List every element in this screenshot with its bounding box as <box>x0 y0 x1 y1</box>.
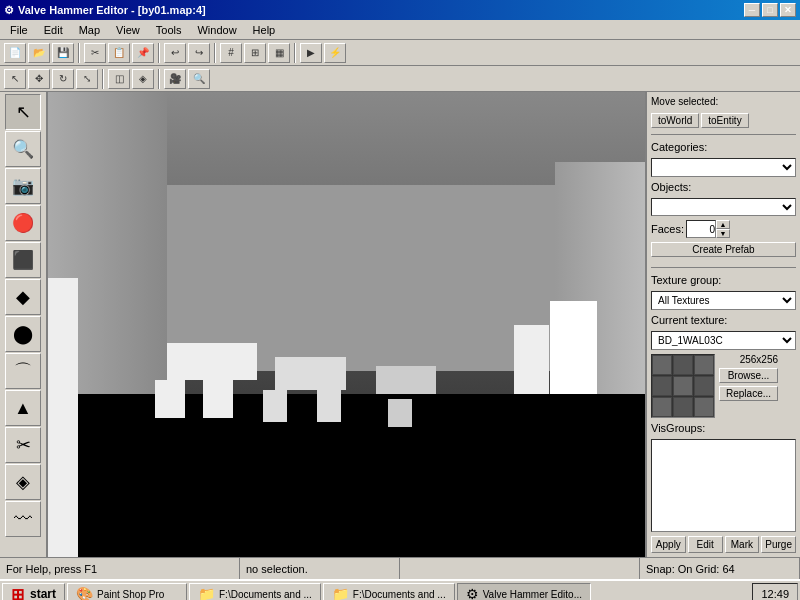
current-texture-select[interactable]: BD_1WAL03C <box>651 331 796 350</box>
help-text: For Help, press F1 <box>6 563 97 575</box>
faces-row: Faces: 0 ▲ ▼ <box>651 220 796 238</box>
selection-status: no selection. <box>240 558 400 579</box>
snap-text: Snap: On Grid: 64 <box>646 563 735 575</box>
scene-floor-dark <box>48 394 645 557</box>
help-status: For Help, press F1 <box>0 558 240 579</box>
menu-help[interactable]: Help <box>245 22 284 38</box>
to-entity-button[interactable]: toEntity <box>701 113 748 128</box>
furniture-box2 <box>514 325 550 395</box>
tb-cut[interactable]: ✂ <box>84 43 106 63</box>
tool-entity[interactable]: 🔴 <box>5 205 41 241</box>
tb-open[interactable]: 📂 <box>28 43 50 63</box>
purge-button[interactable]: Purge <box>761 536 796 553</box>
taskbar: ⊞ start 🎨 Paint Shop Pro 📁 F:\Documents … <box>0 579 800 600</box>
tool-pointer[interactable]: ↖ <box>5 94 41 130</box>
3d-viewport[interactable]: camera <box>48 92 645 557</box>
tb-paste[interactable]: 📌 <box>132 43 154 63</box>
coords-status <box>400 558 640 579</box>
tb-camera-move[interactable]: 🎥 <box>164 69 186 89</box>
menu-edit[interactable]: Edit <box>36 22 71 38</box>
vis-groups-buttons: Apply Edit Mark Purge <box>651 536 796 553</box>
tool-terrain[interactable]: ▲ <box>5 390 41 426</box>
replace-button[interactable]: Replace... <box>719 386 778 401</box>
tb-select[interactable]: ↖ <box>4 69 26 89</box>
tb-face[interactable]: ◫ <box>108 69 130 89</box>
taskbar-clock: 12:49 <box>752 583 798 600</box>
texture-size: 256x256 <box>740 354 778 365</box>
tool-sphere[interactable]: ⬤ <box>5 316 41 352</box>
tb-translate[interactable]: ✥ <box>28 69 50 89</box>
tb-undo[interactable]: ↩ <box>164 43 186 63</box>
tb-copy[interactable]: 📋 <box>108 43 130 63</box>
furniture-table3 <box>376 366 436 394</box>
tool-block[interactable]: ⬛ <box>5 242 41 278</box>
texture-preview-row: 256x256 Browse... Replace... <box>651 354 796 418</box>
tb-rotate[interactable]: ↻ <box>52 69 74 89</box>
menu-view[interactable]: View <box>108 22 148 38</box>
tb-sep3 <box>214 43 216 63</box>
snap-status: Snap: On Grid: 64 <box>640 558 800 579</box>
tb-vertex[interactable]: ◈ <box>132 69 154 89</box>
taskbar-hammer[interactable]: ⚙ Valve Hammer Edito... <box>457 583 591 600</box>
apply-button[interactable]: Apply <box>651 536 686 553</box>
tb2-sep1 <box>102 69 104 89</box>
tool-magnifier[interactable]: 🔍 <box>5 131 41 167</box>
furniture-box1 <box>550 301 598 394</box>
menubar: File Edit Map View Tools Window Help <box>0 20 800 40</box>
furniture-table1 <box>167 343 257 380</box>
taskbar-paintshop[interactable]: 🎨 Paint Shop Pro <box>67 583 187 600</box>
move-selected-row: Move selected: <box>651 96 796 107</box>
taskbar-folder2[interactable]: 📁 F:\Documents and ... <box>323 583 455 600</box>
furniture-chair5 <box>388 399 412 427</box>
furniture-table2 <box>275 357 347 390</box>
to-world-button[interactable]: toWorld <box>651 113 699 128</box>
categories-select[interactable] <box>651 158 796 177</box>
faces-up-arrow[interactable]: ▲ <box>716 220 730 229</box>
tex-cell-7 <box>652 397 672 417</box>
tool-camera[interactable]: 📷 <box>5 168 41 204</box>
menu-map[interactable]: Map <box>71 22 108 38</box>
tex-cell-3 <box>694 355 714 375</box>
objects-select[interactable] <box>651 198 796 217</box>
menu-file[interactable]: File <box>2 22 36 38</box>
texture-preview <box>651 354 715 418</box>
tb-grid[interactable]: # <box>220 43 242 63</box>
tb-compile[interactable]: ▶ <box>300 43 322 63</box>
tb-zoom[interactable]: 🔍 <box>188 69 210 89</box>
close-button[interactable]: ✕ <box>780 3 796 17</box>
tb-texture[interactable]: ▦ <box>268 43 290 63</box>
browse-button[interactable]: Browse... <box>719 368 778 383</box>
vis-groups-label: VisGroups: <box>651 422 796 434</box>
mark-button[interactable]: Mark <box>725 536 760 553</box>
menu-tools[interactable]: Tools <box>148 22 190 38</box>
faces-down-arrow[interactable]: ▼ <box>716 229 730 238</box>
titlebar: ⚙ Valve Hammer Editor - [by01.map:4] ─ □… <box>0 0 800 20</box>
taskbar-folder1[interactable]: 📁 F:\Documents and ... <box>189 583 321 600</box>
texture-group-select[interactable]: All Textures <box>651 291 796 310</box>
tool-vertex-edit[interactable]: ◈ <box>5 464 41 500</box>
hammer-label: Valve Hammer Edito... <box>483 589 582 600</box>
tb-scale[interactable]: ⤡ <box>76 69 98 89</box>
tb-save[interactable]: 💾 <box>52 43 74 63</box>
create-prefab-button[interactable]: Create Prefab <box>651 242 796 257</box>
tb-sep2 <box>158 43 160 63</box>
minimize-button[interactable]: ─ <box>744 3 760 17</box>
restore-button[interactable]: □ <box>762 3 778 17</box>
tb-redo[interactable]: ↪ <box>188 43 210 63</box>
faces-input[interactable]: 0 <box>686 220 716 238</box>
menu-window[interactable]: Window <box>189 22 244 38</box>
tex-cell-8 <box>673 397 693 417</box>
start-button[interactable]: ⊞ start <box>2 583 65 600</box>
tool-path[interactable]: 〰 <box>5 501 41 537</box>
tool-clip[interactable]: ✂ <box>5 427 41 463</box>
paintshop-icon: 🎨 <box>76 586 93 600</box>
tb-snap[interactable]: ⊞ <box>244 43 266 63</box>
tb-new[interactable]: 📄 <box>4 43 26 63</box>
app-icon: ⚙ <box>4 4 14 17</box>
tool-wedge[interactable]: ◆ <box>5 279 41 315</box>
tool-arch[interactable]: ⌒ <box>5 353 41 389</box>
tb-run[interactable]: ⚡ <box>324 43 346 63</box>
edit-button[interactable]: Edit <box>688 536 723 553</box>
divider2 <box>651 267 796 268</box>
tex-cell-9 <box>694 397 714 417</box>
